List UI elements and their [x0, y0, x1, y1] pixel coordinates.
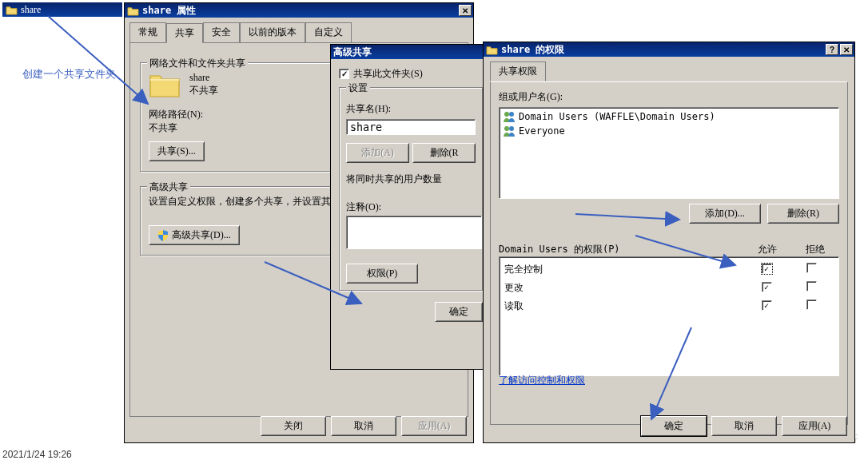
col-deny: 拒绝 [791, 243, 839, 256]
svg-point-3 [509, 126, 514, 131]
annotation-create-share: 创建一个共享文件夹 [22, 67, 116, 81]
perm-ok-button[interactable]: 确定 [641, 416, 707, 436]
deny-checkbox[interactable] [806, 263, 817, 273]
close-button[interactable]: 关闭 [261, 416, 326, 436]
perm-name: 读取 [504, 299, 744, 313]
tab-general[interactable]: 常规 [129, 22, 166, 42]
perm-name: 更改 [504, 281, 744, 295]
properties-buttons: 关闭 取消 应用(A) [261, 416, 467, 436]
properties-title: share 属性 [142, 4, 196, 18]
permissions-tabs: 共享权限 [490, 61, 848, 81]
permissions-body: 组或用户名(G): Domain Users (WAFFLE\Domain Us… [490, 81, 848, 425]
group-icon [503, 110, 516, 123]
add-share-button[interactable]: 添加(A) [346, 143, 409, 163]
learn-more-link[interactable]: 了解访问控制和权限 [499, 374, 585, 387]
tab-share-permissions[interactable]: 共享权限 [490, 61, 546, 81]
svg-point-1 [509, 112, 514, 117]
group-label: 组或用户名(G): [499, 90, 839, 104]
advanced-sharing-title: 高级共享 [333, 46, 372, 59]
apply-button[interactable]: 应用(A) [401, 416, 467, 436]
permissions-buttons: 确定 取消 应用(A) [641, 416, 847, 436]
perm-row: 更改 ✓ [501, 279, 837, 297]
properties-tabs: 常规 共享 安全 以前的版本 自定义 [129, 22, 468, 43]
allow-checkbox[interactable]: ✓ [762, 300, 772, 311]
folder-icon [6, 5, 18, 15]
adv-ok-button[interactable]: 确定 [435, 302, 483, 322]
folder-icon [127, 6, 139, 16]
share-folder-checkbox[interactable]: ✓ [339, 69, 349, 79]
user-label: Domain Users (WAFFLE\Domain Users) [519, 111, 715, 122]
allow-checkbox[interactable]: ✓ [762, 282, 772, 292]
remove-user-button[interactable]: 删除(R) [767, 204, 839, 224]
close-icon[interactable]: ✕ [459, 5, 472, 16]
advanced-share-button[interactable]: 高级共享(D)... [149, 225, 240, 245]
share-folder-name: share [189, 72, 209, 83]
group-icon [503, 125, 516, 137]
settings-group: 设置 共享名(H): 添加(A) 删除(R 将同时共享的用户数量 注释(O): … [339, 87, 483, 291]
network-share-legend: 网络文件和文件夹共享 [147, 57, 248, 70]
permissions-window: share 的权限 ? ✕ 共享权限 组或用户名(G): Domain User… [483, 42, 855, 443]
user-limit-label: 将同时共享的用户数量 [346, 173, 476, 186]
svg-point-0 [504, 112, 509, 117]
folder-icon [486, 45, 498, 55]
advanced-sharing-titlebar[interactable]: 高级共享 [331, 45, 491, 59]
permissions-title: share 的权限 [501, 43, 564, 57]
perm-row: 读取 ✓ [501, 297, 837, 315]
shield-icon [157, 230, 169, 241]
timestamp: 2021/1/24 19:26 [2, 449, 72, 460]
share-folder-checkbox-label: 共享此文件夹(S) [353, 67, 423, 81]
perm-row: 完全控制 ✓ [501, 260, 837, 279]
properties-titlebar[interactable]: share 属性 ✕ [125, 3, 473, 18]
share-status: 不共享 [189, 85, 218, 96]
share-button[interactable]: 共享(S)... [149, 141, 205, 161]
share-name-input[interactable] [346, 119, 476, 135]
advanced-share-button-label: 高级共享(D)... [172, 228, 231, 242]
close-icon[interactable]: ✕ [840, 44, 853, 55]
allow-checkbox[interactable]: ✓ [762, 264, 772, 274]
deny-checkbox[interactable] [806, 299, 817, 310]
tab-custom[interactable]: 自定义 [305, 22, 352, 42]
comment-label: 注释(O): [346, 200, 476, 214]
help-icon[interactable]: ? [826, 44, 838, 55]
tab-security[interactable]: 安全 [203, 22, 240, 42]
advanced-share-legend: 高级共享 [147, 180, 190, 194]
perm-apply-button[interactable]: 应用(A) [782, 416, 847, 436]
explorer-title: share [21, 4, 41, 16]
deny-checkbox[interactable] [806, 281, 817, 291]
settings-legend: 设置 [346, 81, 370, 95]
svg-point-2 [504, 126, 509, 131]
folder-large-icon [149, 71, 181, 100]
tab-previous[interactable]: 以前的版本 [240, 22, 305, 42]
list-item[interactable]: Domain Users (WAFFLE\Domain Users) [501, 109, 837, 124]
user-label: Everyone [519, 125, 565, 137]
list-item[interactable]: Everyone [501, 124, 837, 138]
permissions-grid: 完全控制 ✓ 更改 ✓ 读取 ✓ [499, 256, 839, 376]
share-name-label: 共享名(H): [346, 102, 476, 116]
explorer-titlebar: share [2, 2, 122, 17]
perm-for-label: Domain Users 的权限(P) [499, 243, 743, 256]
permissions-button[interactable]: 权限(P) [346, 264, 418, 284]
advanced-sharing-body: ✓ 共享此文件夹(S) 设置 共享名(H): 添加(A) 删除(R 将同时共享的… [331, 59, 491, 330]
remove-share-button[interactable]: 删除(R [412, 143, 476, 163]
add-user-button[interactable]: 添加(D)... [689, 204, 761, 224]
permissions-titlebar[interactable]: share 的权限 ? ✕ [484, 42, 854, 57]
col-allow: 允许 [743, 243, 791, 256]
comment-textarea[interactable] [346, 216, 482, 249]
perm-cancel-button[interactable]: 取消 [711, 416, 777, 436]
advanced-sharing-window: 高级共享 ✓ 共享此文件夹(S) 设置 共享名(H): 添加(A) 删除(R 将… [330, 44, 492, 370]
perm-name: 完全控制 [504, 263, 744, 276]
cancel-button[interactable]: 取消 [331, 416, 396, 436]
tab-sharing[interactable]: 共享 [166, 23, 203, 43]
users-listbox[interactable]: Domain Users (WAFFLE\Domain Users) Every… [499, 107, 839, 199]
